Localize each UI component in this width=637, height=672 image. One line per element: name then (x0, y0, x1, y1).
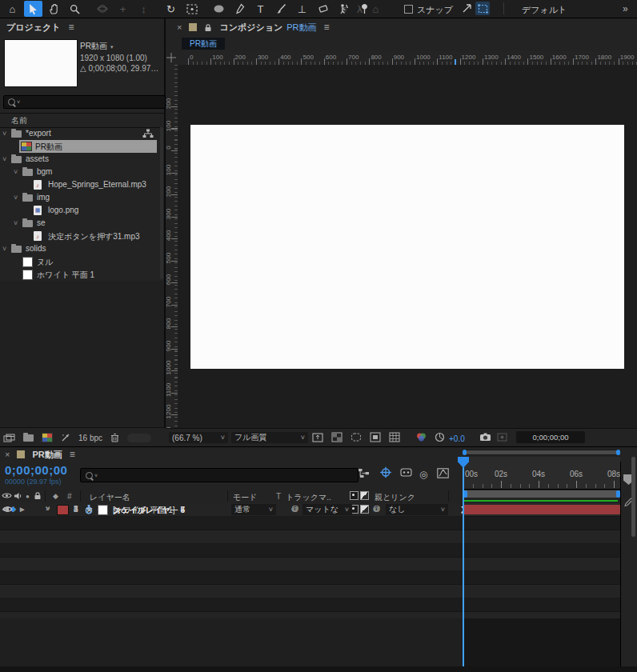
number-column-header[interactable]: # (67, 492, 72, 501)
project-item-row[interactable]: ˅assets (0, 153, 161, 166)
magnification-dropdown[interactable]: (66.7 %)˅ (169, 432, 228, 443)
composition-frame[interactable] (190, 125, 624, 369)
interpret-footage-icon[interactable] (61, 433, 70, 442)
lock-column-icon[interactable] (34, 491, 42, 500)
hand-tool-icon[interactable] (45, 1, 63, 17)
project-item-row[interactable]: ヌル (0, 255, 161, 268)
project-item-label[interactable]: assets (26, 154, 49, 163)
layer-name[interactable]: [ホワイト 平面 1] (113, 505, 175, 516)
region-of-interest-icon[interactable] (370, 432, 381, 442)
stopwatch-icon[interactable] (85, 505, 93, 516)
exposure-icon[interactable] (435, 432, 445, 442)
mode-column-header[interactable]: モード (233, 492, 257, 503)
parent-column-header[interactable]: 親とリンク (375, 492, 415, 503)
video-column-icon[interactable] (2, 492, 12, 499)
camera-tool-icon[interactable] (182, 1, 201, 17)
playhead-line[interactable] (463, 457, 464, 666)
trash-icon[interactable] (110, 433, 119, 442)
project-item-row[interactable]: ♪決定ボタンを押す31.mp3 (0, 230, 161, 242)
chevron-down-icon[interactable]: ˅ (14, 219, 18, 227)
bpc-label[interactable]: 16 bpc (78, 434, 102, 442)
snapshot-camera-icon[interactable] (479, 433, 491, 442)
resolution-dropdown[interactable]: フル画質˅ (231, 432, 308, 443)
timeline-close-icon[interactable]: × (5, 450, 10, 459)
orbit-camera-tool-icon[interactable] (93, 1, 111, 17)
layer-row[interactable]: ˅2★シェイプレイヤー 6通常˅@1.シェイ˅@なし˅ (0, 530, 637, 544)
project-item-label[interactable]: 決定ボタンを押す31.mp3 (48, 231, 140, 242)
project-item-row[interactable]: ˅se (0, 217, 161, 230)
timeline-search-input[interactable]: ˅ (80, 468, 359, 482)
blend-mode-dropdown[interactable]: 通常˅ (231, 504, 276, 515)
exposure-value[interactable]: +0.0 (449, 434, 465, 443)
layer-row[interactable]: ˅4★シェイプレイヤー 4通常˅@1.シェイ˅@なし˅ (0, 585, 637, 598)
layer-row[interactable]: ˅3★シェイプレイヤー 5通常˅@1.シェイ˅@なし˅ (0, 558, 637, 571)
mini-flowchart-icon[interactable] (358, 468, 370, 478)
project-item-label[interactable]: bgm (37, 167, 52, 176)
project-item-label[interactable]: solids (26, 244, 46, 253)
viewer-panel-menu-icon[interactable]: ≡ (324, 22, 330, 33)
property-row[interactable]: ◀◇▶∿スケール∞0.0,0.0% (0, 571, 637, 585)
layer-name-column-header[interactable]: レイヤー名 (90, 492, 130, 503)
clone-stamp-tool-icon[interactable]: ⊥ (293, 1, 311, 17)
trkmat-dropdown[interactable]: マットな˅ (302, 504, 352, 515)
project-item-row[interactable]: ˅solids (0, 242, 161, 255)
project-item-label[interactable]: img (37, 193, 50, 202)
property-row[interactable]: ◀◆▶∿スケール∞0.0,0.0% (0, 598, 637, 612)
project-item-row[interactable]: ▦logo.png (0, 204, 161, 217)
timeline-timecode[interactable]: 0;00;00;00 (5, 465, 67, 476)
project-item-label[interactable]: logo.png (48, 206, 78, 214)
pickwhip-arrow-icon[interactable] (460, 2, 473, 14)
property-row[interactable]: ◀◇▶∿スケール∞0.0,0.0% (0, 517, 637, 530)
new-composition-icon[interactable] (42, 433, 53, 442)
parent-pickwhip-icon[interactable]: @ (373, 505, 380, 513)
trkmat-pickwhip-icon[interactable]: @ (291, 505, 298, 513)
project-item-row[interactable]: ˅img (0, 191, 161, 204)
pan-camera-tool-icon[interactable]: + (114, 1, 132, 17)
composition-thumbnail[interactable] (4, 39, 78, 87)
work-area-bar[interactable] (463, 490, 620, 498)
project-item-label[interactable]: ヌル (37, 257, 53, 268)
property-row[interactable]: ◀◇▶∿スケール∞0.0,0.0% (0, 544, 637, 558)
project-item-row[interactable]: ホワイト 平面 1 (0, 268, 161, 281)
project-panel-menu-icon[interactable]: ≡ (69, 22, 74, 33)
chevron-right-icon[interactable]: ˃ (46, 505, 50, 513)
inactive-tool-icon[interactable]: ⌂ (367, 1, 385, 17)
graph-editor-icon[interactable] (437, 468, 449, 478)
timeline-ruler[interactable]: 00s02s04s06s08s (463, 457, 620, 490)
timeline-h-scrollbar[interactable] (463, 450, 620, 455)
show-snapshot-icon[interactable] (497, 433, 507, 442)
current-time-display[interactable]: 0;00;00;00 00000 (29.97 fps) (5, 465, 67, 487)
viewer-timecode-well[interactable]: 0;00;00;00 (516, 431, 585, 443)
dolly-camera-tool-icon[interactable]: ↕ (134, 1, 153, 17)
selected-item-name[interactable]: PR動画 (80, 42, 107, 50)
type-tool-icon[interactable]: T (251, 1, 270, 17)
snap-label[interactable]: スナップ (417, 4, 453, 16)
workspace-label[interactable]: デフォルト (522, 4, 567, 16)
snap-checkbox[interactable] (404, 5, 413, 14)
vertical-ruler[interactable]: 2001000100200300400500600700800900100011… (166, 65, 178, 428)
project-search-input[interactable]: ˅ (3, 95, 166, 109)
project-item-label[interactable]: *export (26, 129, 51, 138)
project-scrollbar[interactable] (160, 127, 163, 279)
viewer-comp-name[interactable]: PR動画 (286, 22, 316, 34)
eye-icon[interactable] (2, 506, 13, 514)
item-name-caret-icon[interactable]: ▼ (110, 45, 114, 50)
project-panels-icon[interactable] (3, 434, 15, 442)
mask-visibility-icon[interactable] (351, 432, 362, 442)
layer-duration-bar[interactable] (463, 505, 620, 514)
parent-link-dropdown[interactable]: なし˅ (386, 504, 448, 515)
project-item-label[interactable]: PR動画 (35, 142, 62, 153)
timeline-panel-menu-icon[interactable]: ≡ (70, 449, 75, 460)
project-item-row[interactable]: ˅bgm (0, 166, 161, 178)
shy-layers-icon[interactable] (400, 468, 412, 477)
motion-blur-icon[interactable]: ◎ (419, 469, 427, 480)
t-column-header[interactable]: T (276, 492, 281, 501)
layer-label-swatch[interactable] (57, 505, 69, 515)
solo-column-icon[interactable]: ● (26, 493, 30, 500)
transparency-grid-icon[interactable] (331, 432, 343, 442)
luma-matte-column-icon[interactable] (360, 491, 369, 500)
selection-tool-icon[interactable] (24, 1, 42, 17)
alpha-matte-column-icon[interactable] (350, 491, 359, 500)
label-column-icon[interactable]: ◆ (53, 492, 58, 500)
pen-tool-icon[interactable] (230, 1, 249, 17)
